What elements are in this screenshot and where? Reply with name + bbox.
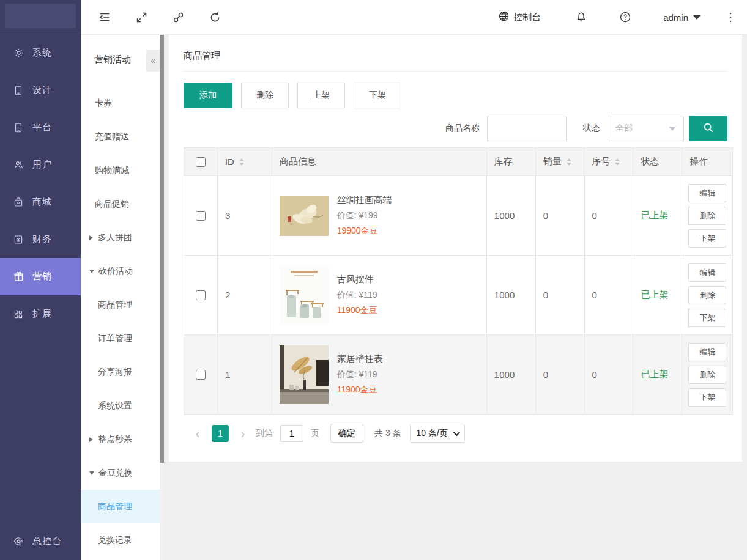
add-button[interactable]: 添加 <box>184 83 232 108</box>
submenu-item-bargain-orders[interactable]: 订单管理 <box>81 322 164 355</box>
page-size-select[interactable]: 10 条/页 <box>410 424 465 443</box>
help-icon[interactable] <box>619 11 631 23</box>
header-label: 库存 <box>494 156 513 168</box>
chevron-down-icon <box>89 471 94 475</box>
sidebar-item-extension[interactable]: 扩展 <box>0 295 81 333</box>
submenu-item-label: 金豆兑换 <box>98 468 133 479</box>
row-select-cell <box>184 335 218 414</box>
product-name-input[interactable] <box>487 116 567 141</box>
sidebar-item-finance[interactable]: 财务 <box>0 221 81 258</box>
notification-bell-icon[interactable] <box>575 11 587 23</box>
header-label: 商品信息 <box>280 156 316 168</box>
submenu-item-coupons[interactable]: 卡券 <box>81 86 164 120</box>
off-shelf-row-button[interactable]: 下架 <box>688 229 726 248</box>
refresh-icon[interactable] <box>208 10 221 24</box>
off-shelf-row-button[interactable]: 下架 <box>688 309 726 327</box>
topbar: 控制台 admin ⋮ <box>81 0 747 35</box>
off-shelf-row-button[interactable]: 下架 <box>688 388 726 407</box>
filter-row: 商品名称 状态 全部 <box>184 116 727 141</box>
sidebar-item-label: 总控台 <box>32 536 62 547</box>
user-menu[interactable]: admin <box>663 12 701 23</box>
link-icon[interactable] <box>171 10 185 24</box>
prev-page-button[interactable]: ‹ <box>190 427 206 440</box>
sidebar-item-design[interactable]: 设计 <box>0 72 81 109</box>
submenu-item-bean-products[interactable]: 商品管理 <box>81 490 164 523</box>
edit-button[interactable]: 编辑 <box>688 343 726 361</box>
table-row: 3 <box>184 176 732 256</box>
submenu-item-label: 多人拼团 <box>98 232 132 243</box>
search-button[interactable] <box>689 116 727 141</box>
status-select[interactable]: 全部 <box>608 116 684 141</box>
delete-row-button[interactable]: 删除 <box>688 286 726 304</box>
product-name: 家居壁挂表 <box>337 353 383 365</box>
sort-icon[interactable] <box>239 158 244 166</box>
header-label: 销量 <box>543 156 562 168</box>
sidebar-item-users[interactable]: 用户 <box>0 146 81 183</box>
product-name-label: 商品名称 <box>445 123 480 134</box>
logo-divider <box>0 28 81 34</box>
row-checkbox[interactable] <box>196 211 206 221</box>
sort-icon[interactable] <box>567 158 571 166</box>
sidebar-item-marketing[interactable]: 营销 <box>0 258 81 295</box>
chevron-down-icon <box>669 127 676 131</box>
edit-button[interactable]: 编辑 <box>688 263 726 282</box>
delete-row-button[interactable]: 删除 <box>688 207 726 225</box>
table-row: 1 <box>184 335 732 414</box>
next-page-button[interactable]: › <box>235 427 251 440</box>
console-link[interactable]: 控制台 <box>498 10 541 24</box>
submenu-item-system-settings[interactable]: 系统设置 <box>81 389 164 422</box>
row-checkbox[interactable] <box>196 370 206 380</box>
header-id[interactable]: ID <box>218 148 272 176</box>
more-options-icon[interactable]: ⋮ <box>725 12 736 23</box>
submenu-item-recharge-gift[interactable]: 充值赠送 <box>81 120 164 153</box>
sidebar-item-label: 用户 <box>32 159 52 171</box>
sort-icon[interactable] <box>615 158 620 166</box>
product-beans: 11900金豆 <box>337 305 377 316</box>
delete-button[interactable]: 删除 <box>241 83 289 108</box>
confirm-page-button[interactable]: 确定 <box>330 424 363 443</box>
sidebar-item-mall[interactable]: 商城 <box>0 183 81 221</box>
header-stock: 库存 <box>487 148 536 176</box>
submenu-item-share-poster[interactable]: 分享海报 <box>81 355 164 389</box>
submenu-group-group-buying[interactable]: 多人拼团 <box>81 221 164 254</box>
sidebar-item-platform[interactable]: 平台 <box>0 109 81 146</box>
submenu-item-exchange-records[interactable]: 兑换记录 <box>81 523 164 557</box>
submenu-item-label: 购物满减 <box>95 165 129 176</box>
toolbar: 添加 删除 上架 下架 <box>184 83 727 108</box>
submenu-item-shopping-discount[interactable]: 购物满减 <box>81 153 164 187</box>
delete-row-button[interactable]: 删除 <box>688 366 726 384</box>
collapse-submenu-button[interactable]: « <box>146 50 160 72</box>
submenu-group-bean-exchange[interactable]: 金豆兑换 <box>81 456 164 490</box>
scrollbar-thumb[interactable] <box>160 35 164 463</box>
product-beans: 19900金豆 <box>337 226 392 237</box>
row-sales: 0 <box>536 256 585 335</box>
on-shelf-button[interactable]: 上架 <box>297 83 345 108</box>
row-sales: 0 <box>536 335 585 414</box>
fullscreen-icon[interactable] <box>135 10 148 24</box>
header-sales[interactable]: 销量 <box>536 148 585 176</box>
pagination: ‹ 1 › 到第 页 确定 共 3 条 10 条/页 <box>184 424 727 443</box>
page-number-button[interactable]: 1 <box>212 425 229 442</box>
sidebar-item-system[interactable]: 系统 <box>0 34 81 72</box>
submenu-group-flash-sale[interactable]: 整点秒杀 <box>81 422 164 456</box>
goto-prefix-label: 到第 <box>256 428 273 439</box>
sidebar-item-master-console[interactable]: 总控台 <box>0 522 81 560</box>
finance-icon <box>12 234 24 246</box>
main-row: 营销活动 « 卡券 充值赠送 购物满减 商品促销 多人拼团 砍价活动 商品管理 … <box>81 35 747 560</box>
submenu-item-label: 系统设置 <box>98 400 132 411</box>
row-info: 古风摆件 价值: ¥119 11900金豆 <box>272 256 487 335</box>
goto-page-input[interactable] <box>280 425 303 442</box>
submenu-scrollbar[interactable] <box>160 35 164 560</box>
header-seq[interactable]: 序号 <box>584 148 633 176</box>
off-shelf-button[interactable]: 下架 <box>354 83 401 108</box>
globe-icon <box>498 10 510 24</box>
submenu-item-bargain-products[interactable]: 商品管理 <box>81 288 164 322</box>
edit-button[interactable]: 编辑 <box>688 184 726 202</box>
row-checkbox[interactable] <box>196 290 206 300</box>
select-all-checkbox[interactable] <box>196 157 206 167</box>
submenu-group-bargain[interactable]: 砍价活动 <box>81 254 164 288</box>
sidebar-item-label: 商城 <box>32 196 52 208</box>
submenu-item-product-promotion[interactable]: 商品促销 <box>81 187 164 221</box>
collapse-menu-icon[interactable] <box>98 10 111 24</box>
console-label: 控制台 <box>513 12 541 23</box>
